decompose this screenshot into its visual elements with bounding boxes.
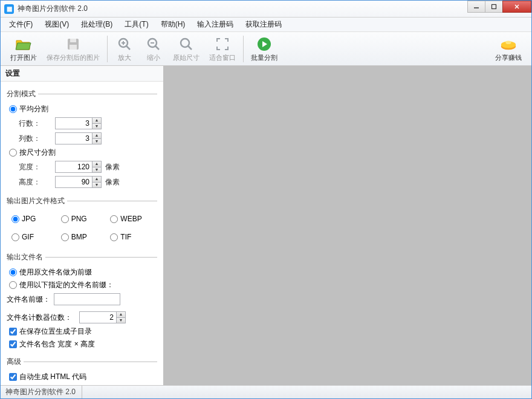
- format-webp-radio[interactable]: [110, 215, 118, 223]
- spin-down[interactable]: ▼: [92, 167, 101, 172]
- spin-up[interactable]: ▲: [92, 133, 101, 138]
- settings-sidebar: 设置 分割模式 平均分割 行数： ▲▼: [1, 66, 164, 385]
- size-split-radio[interactable]: [9, 149, 17, 157]
- rows-input[interactable]: [55, 117, 92, 129]
- counter-spinner[interactable]: ▲▼: [79, 311, 126, 323]
- fit-icon: [214, 36, 231, 53]
- menu-view[interactable]: 视图(V): [39, 18, 75, 31]
- play-icon: [256, 36, 273, 53]
- menu-batch[interactable]: 批处理(B): [75, 18, 118, 31]
- advanced-group: 高级 自动生成 HTML 代码: [7, 357, 157, 384]
- zoom-out-icon: [145, 36, 162, 53]
- sidebar-header: 设置: [1, 66, 163, 82]
- spin-down[interactable]: ▼: [92, 138, 101, 144]
- height-input[interactable]: [55, 176, 92, 188]
- format-png-radio[interactable]: [61, 215, 69, 223]
- counter-input[interactable]: [79, 311, 117, 323]
- statusbar: 神奇图片分割软件 2.0: [1, 385, 531, 398]
- menu-tools[interactable]: 工具(T): [118, 18, 154, 31]
- svg-line-8: [126, 46, 130, 50]
- cols-label: 列数：: [19, 134, 55, 144]
- output-format-group: 输出图片文件格式 JPG PNG WEBP GIF BMP TIF: [7, 196, 157, 247]
- rows-label: 行数：: [19, 118, 55, 129]
- close-button[interactable]: [502, 1, 531, 13]
- window-controls: [468, 1, 531, 17]
- save-icon: [65, 36, 82, 53]
- cols-spinner[interactable]: ▲▼: [55, 132, 102, 144]
- prefix-input[interactable]: [54, 293, 120, 305]
- height-unit: 像素: [105, 177, 120, 187]
- split-mode-legend: 分割模式: [7, 89, 38, 99]
- fit-window-button[interactable]: 适合窗口: [206, 34, 239, 63]
- avg-split-radio[interactable]: [9, 105, 17, 113]
- menu-file[interactable]: 文件(F): [3, 18, 39, 31]
- gen-html-checkbox[interactable]: [9, 373, 17, 381]
- create-subdir-checkbox[interactable]: [9, 328, 17, 336]
- save-image-button[interactable]: 保存分割后的图片: [43, 34, 103, 63]
- zoom-in-icon: [116, 36, 133, 53]
- titlebar: ▦ 神奇图片分割软件 2.0: [1, 1, 531, 18]
- output-filename-legend: 输出文件名: [7, 252, 45, 262]
- format-jpg-radio[interactable]: [11, 215, 19, 223]
- avg-split-label: 平均分割: [19, 104, 48, 114]
- spin-down[interactable]: ▼: [92, 182, 101, 187]
- advanced-legend: 高级: [7, 357, 24, 367]
- toolbar-separator: [243, 36, 244, 62]
- use-custom-radio[interactable]: [9, 281, 17, 289]
- svg-point-19: [505, 41, 511, 44]
- format-tif-radio[interactable]: [110, 233, 118, 241]
- output-filename-group: 输出文件名 使用原文件名做为前缀 使用以下指定的文件名前缀： 文件名前缀： 文件…: [7, 252, 157, 352]
- svg-point-14: [181, 39, 189, 47]
- rows-spinner[interactable]: ▲▼: [55, 117, 102, 129]
- zoom-in-button[interactable]: 放大: [111, 34, 138, 63]
- toolbar: 打开图片 保存分割后的图片 放大 缩小 原始尺寸 适合窗口 批量分割: [1, 32, 531, 66]
- content-area: 设置 分割模式 平均分割 行数： ▲▼: [1, 66, 531, 385]
- app-icon: ▦: [4, 4, 14, 14]
- width-unit: 像素: [105, 162, 120, 172]
- spin-up[interactable]: ▲: [92, 177, 101, 182]
- menu-get-code[interactable]: 获取注册码: [239, 18, 288, 31]
- spin-up[interactable]: ▲: [92, 118, 101, 123]
- height-spinner[interactable]: ▲▼: [55, 176, 102, 188]
- maximize-button[interactable]: [485, 1, 503, 13]
- folder-open-icon: [15, 36, 32, 53]
- gold-ingot-icon: [500, 36, 517, 53]
- batch-split-button[interactable]: 批量分割: [247, 34, 281, 63]
- cols-input[interactable]: [55, 132, 92, 144]
- width-input[interactable]: [55, 161, 92, 173]
- size-split-label: 按尺寸分割: [19, 148, 56, 158]
- include-wh-checkbox[interactable]: [9, 340, 17, 348]
- format-bmp-radio[interactable]: [61, 233, 69, 241]
- toolbar-separator: [107, 36, 108, 62]
- width-label: 宽度：: [19, 162, 55, 172]
- menu-help[interactable]: 帮助(H): [155, 18, 192, 31]
- height-label: 高度：: [19, 177, 55, 187]
- window-title: 神奇图片分割软件 2.0: [18, 4, 468, 14]
- spin-up[interactable]: ▲: [92, 161, 101, 167]
- format-gif-radio[interactable]: [11, 233, 19, 241]
- zoom-out-button[interactable]: 缩小: [140, 34, 167, 63]
- spin-up[interactable]: ▲: [117, 312, 125, 317]
- open-image-button[interactable]: 打开图片: [7, 34, 41, 63]
- svg-line-15: [188, 46, 192, 50]
- magnifier-icon: [178, 36, 195, 53]
- status-text: 神奇图片分割软件 2.0: [5, 386, 82, 398]
- spin-down[interactable]: ▼: [117, 317, 125, 323]
- menubar: 文件(F) 视图(V) 批处理(B) 工具(T) 帮助(H) 输入注册码 获取注…: [1, 18, 531, 32]
- svg-rect-5: [70, 39, 76, 42]
- prefix-label: 文件名前缀：: [7, 294, 50, 305]
- split-mode-group: 分割模式 平均分割 行数： ▲▼: [7, 89, 157, 191]
- output-format-legend: 输出图片文件格式: [7, 196, 67, 206]
- svg-rect-6: [70, 45, 77, 50]
- app-window: ▦ 神奇图片分割软件 2.0 文件(F) 视图(V) 批处理(B) 工具(T) …: [0, 0, 532, 399]
- width-spinner[interactable]: ▲▼: [55, 161, 102, 173]
- actual-size-button[interactable]: 原始尺寸: [169, 34, 203, 63]
- use-original-radio[interactable]: [9, 268, 17, 276]
- image-canvas: [164, 66, 531, 385]
- minimize-button[interactable]: [467, 1, 485, 13]
- svg-rect-1: [492, 5, 496, 9]
- menu-register[interactable]: 输入注册码: [191, 18, 239, 31]
- spin-down[interactable]: ▼: [92, 123, 101, 129]
- svg-line-12: [155, 46, 159, 50]
- share-button[interactable]: 分享赚钱: [491, 34, 525, 63]
